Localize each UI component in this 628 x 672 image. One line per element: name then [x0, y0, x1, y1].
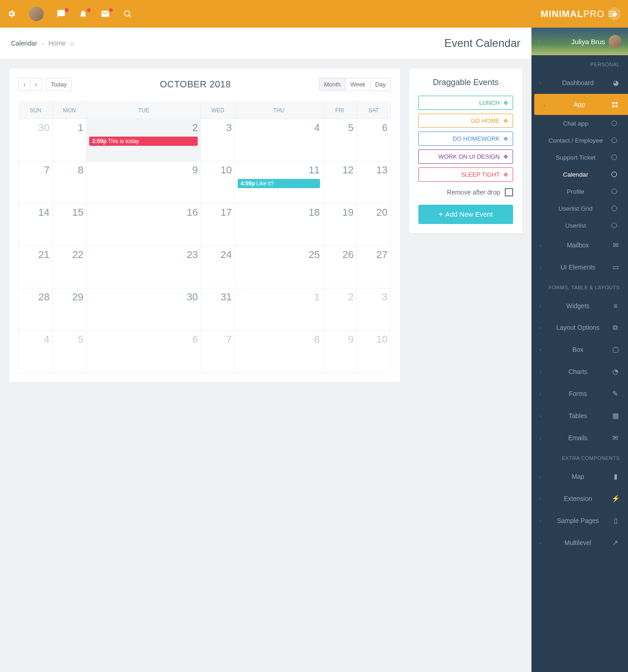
- calendar-cell[interactable]: 19: [323, 204, 357, 246]
- calendar-cell[interactable]: 22: [52, 246, 86, 288]
- sidebar-item-support[interactable]: Support Ticket: [531, 149, 628, 166]
- calendar-cell[interactable]: 8: [52, 161, 86, 204]
- calendar-cell[interactable]: 18: [235, 204, 323, 246]
- calendar-cell[interactable]: 29: [52, 288, 86, 331]
- calendar-cell[interactable]: 12: [323, 161, 357, 204]
- calendar-cell[interactable]: 10: [357, 331, 391, 373]
- map-icon: ▮: [611, 472, 620, 481]
- user-avatar[interactable]: [29, 6, 44, 21]
- sidebar-item-map[interactable]: ▮Map‹: [531, 465, 628, 488]
- calendar-cell[interactable]: 7: [19, 161, 53, 204]
- draggable-event[interactable]: GO HOME✥: [418, 114, 513, 128]
- calendar-cell[interactable]: 31: [201, 288, 235, 331]
- calendar-cell[interactable]: 20: [357, 204, 391, 246]
- day-button[interactable]: Day: [371, 78, 391, 91]
- week-button[interactable]: Week: [346, 78, 371, 91]
- calendar-cell[interactable]: 14: [19, 204, 53, 246]
- top-header: MINIMALPRO ◆: [0, 0, 628, 28]
- today-button[interactable]: Today: [46, 78, 72, 91]
- calendar-cell[interactable]: 13: [357, 161, 391, 204]
- sidebar-item-userlist[interactable]: Userlist: [531, 217, 628, 234]
- calendar-cell[interactable]: 4: [235, 119, 323, 161]
- sidebar-item-box[interactable]: ▢Box‹: [531, 339, 628, 361]
- calendar-cell[interactable]: 2: [323, 288, 357, 331]
- sidebar-item-layout[interactable]: ⧉Layout Options‹: [531, 316, 628, 339]
- calendar-cell[interactable]: 21: [19, 246, 53, 288]
- calendar-event[interactable]: 2:59pThis is today: [89, 137, 198, 146]
- mail-icon[interactable]: [101, 9, 110, 18]
- sidebar-item-widgets[interactable]: ≡Widgets‹: [531, 295, 628, 316]
- sidebar-item-usergrid[interactable]: Userlist Grid: [531, 200, 628, 217]
- draggable-event[interactable]: DO HOMEWORK✥: [418, 132, 513, 146]
- sidebar-item-app[interactable]: App ⌄: [534, 94, 628, 115]
- draggable-event[interactable]: SLEEP TIGHT✥: [418, 167, 513, 182]
- day-number: 24: [204, 249, 232, 261]
- sidebar-item-forms[interactable]: ✎Forms‹: [531, 383, 628, 405]
- calendar-cell[interactable]: 28: [19, 288, 53, 331]
- calendar-cell[interactable]: 30: [86, 288, 201, 331]
- calendar-cell[interactable]: 3: [357, 288, 391, 331]
- day-number: 6: [360, 122, 388, 134]
- sidebar-item-contact[interactable]: Contact / Employee: [531, 132, 628, 149]
- calendar-cell[interactable]: 3: [201, 119, 235, 161]
- day-number: 11: [238, 164, 320, 176]
- calendar-cell[interactable]: 1: [235, 288, 323, 331]
- day-number: 5: [326, 122, 354, 134]
- draggable-event[interactable]: WORK ON UI DESIGN✥: [418, 149, 513, 164]
- sidebar-item-uielements[interactable]: ▭ UI Elements ‹: [531, 256, 628, 278]
- page-title: Event Calendar: [445, 37, 520, 50]
- sidebar-item-emails[interactable]: ✉Emails‹: [531, 427, 628, 449]
- sidebar-item-profile[interactable]: Profile: [531, 183, 628, 200]
- sidebar-item-tables[interactable]: ▦Tables‹: [531, 405, 628, 427]
- move-icon: ✥: [503, 172, 508, 178]
- calendar-cell[interactable]: 25: [235, 246, 323, 288]
- sidebar-item-multilevel[interactable]: ↗Multilevel‹: [531, 532, 628, 554]
- remove-after-drop-checkbox[interactable]: [505, 188, 513, 196]
- calendar-cell[interactable]: 24: [201, 246, 235, 288]
- calendar-cell[interactable]: 9: [323, 331, 357, 373]
- next-button[interactable]: ›: [30, 78, 42, 91]
- sidebar-item-extension[interactable]: ⚡Extension‹: [531, 488, 628, 510]
- add-new-event-button[interactable]: +Add New Event: [418, 205, 513, 224]
- sidebar-item-chat[interactable]: Chat app: [531, 115, 628, 132]
- calendar-cell[interactable]: 4: [19, 331, 53, 373]
- chart-icon: ◔: [611, 368, 620, 376]
- day-number: 21: [22, 249, 50, 261]
- calendar-cell[interactable]: 27: [357, 246, 391, 288]
- gear-icon[interactable]: [7, 9, 16, 18]
- calendar-cell[interactable]: 8: [235, 331, 323, 373]
- sidebar-item-dashboard[interactable]: ◕ Dashboard ‹: [531, 72, 628, 94]
- calendar-event[interactable]: 4:59pLike it?: [238, 179, 320, 188]
- chevron-down-icon: ⌄: [542, 102, 547, 107]
- sidebar-item-mailbox[interactable]: ✉ Mailbox ‹: [531, 234, 628, 256]
- calendar-cell[interactable]: 6: [357, 119, 391, 161]
- sidebar-item-calendar[interactable]: Calendar: [531, 166, 628, 183]
- calendar-cell[interactable]: 7: [201, 331, 235, 373]
- calendar-cell[interactable]: 5: [52, 331, 86, 373]
- prev-button[interactable]: ‹: [18, 78, 30, 91]
- breadcrumb-home[interactable]: Home: [48, 40, 65, 47]
- calendar-cell[interactable]: 114:59pLike it?: [235, 161, 323, 204]
- chat-icon[interactable]: [57, 9, 66, 18]
- calendar-cell[interactable]: 16: [86, 204, 201, 246]
- month-button[interactable]: Month: [319, 78, 346, 91]
- calendar-cell[interactable]: 30: [19, 119, 53, 161]
- calendar-cell[interactable]: 23: [86, 246, 201, 288]
- bell-icon[interactable]: [79, 9, 88, 18]
- day-number: 3: [204, 122, 232, 134]
- calendar-cell[interactable]: 10: [201, 161, 235, 204]
- calendar-cell[interactable]: 15: [52, 204, 86, 246]
- draggable-event[interactable]: LUNCH✥: [418, 96, 513, 110]
- calendar-cell[interactable]: 1: [52, 119, 86, 161]
- sidebar-item-sample[interactable]: ▯Sample Pages‹: [531, 510, 628, 532]
- calendar-cell[interactable]: 22:59pThis is today: [86, 119, 201, 161]
- calendar-cell[interactable]: 6: [86, 331, 201, 373]
- search-icon[interactable]: [123, 9, 132, 18]
- sidebar-item-charts[interactable]: ◔Charts‹: [531, 361, 628, 383]
- sidebar-user-box[interactable]: ‹ Juliya Brus: [531, 28, 628, 55]
- calendar-cell[interactable]: 5: [323, 119, 357, 161]
- calendar-cell[interactable]: 17: [201, 204, 235, 246]
- calendar-cell[interactable]: 26: [323, 246, 357, 288]
- day-number: 29: [56, 291, 84, 303]
- calendar-cell[interactable]: 9: [86, 161, 201, 204]
